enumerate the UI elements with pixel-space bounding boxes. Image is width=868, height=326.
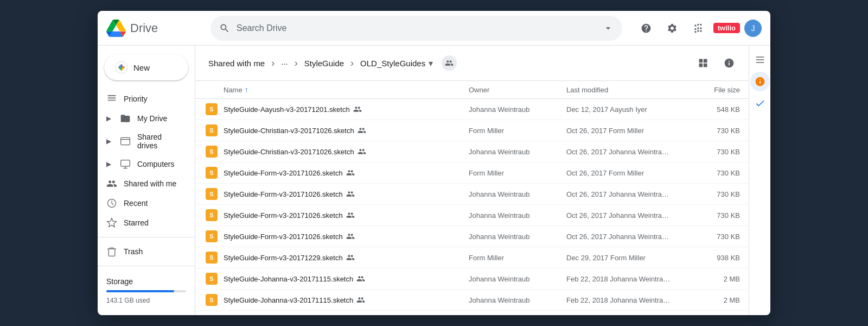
file-owner: Form Miller bbox=[469, 127, 566, 135]
file-name-cell: StyleGuide-Form-v3-20171026.sketch bbox=[224, 190, 469, 198]
grid-view-icon bbox=[698, 58, 709, 68]
table-row[interactable]: S StyleGuide-Aayush-v3-20171201.sketch J… bbox=[195, 99, 749, 120]
file-name-cell: StyleGuide-Form-v3-20171026.sketch bbox=[224, 211, 469, 220]
file-name: StyleGuide-Christian-v3-20171026.sketch bbox=[224, 148, 354, 156]
right-panel-list-icon[interactable] bbox=[750, 50, 770, 70]
svg-rect-7 bbox=[121, 160, 130, 167]
sidebar-item-starred[interactable]: Starred bbox=[98, 213, 188, 233]
table-row[interactable]: S StyleGuide-Form-v3-20171026.sketch For… bbox=[195, 162, 749, 184]
svg-rect-3 bbox=[108, 95, 116, 96]
sketch-file-icon: S bbox=[206, 294, 218, 306]
sidebar-item-trash[interactable]: Trash bbox=[98, 242, 188, 261]
sketch-file-icon: S bbox=[206, 188, 218, 200]
shared-drives-expand-icon: ▶ bbox=[106, 137, 111, 145]
file-icon-cell: S bbox=[204, 252, 219, 264]
right-panel-check-icon[interactable] bbox=[750, 93, 770, 113]
file-modified: Oct 26, 2017 Form Miller bbox=[566, 169, 686, 177]
shared-icon bbox=[353, 105, 362, 114]
file-icon-cell: S bbox=[204, 124, 219, 136]
file-name-cell: StyleGuide-Form-v3-20171026.sketch bbox=[224, 168, 469, 177]
file-modified: Oct 26, 2017 Johanna Weintra… bbox=[566, 233, 686, 241]
sidebar-item-recent[interactable]: Recent bbox=[98, 193, 188, 213]
breadcrumb-sep-3: › bbox=[350, 58, 354, 69]
file-name: StyleGuide-Form-v3-20171229.sketch bbox=[224, 254, 343, 262]
table-row[interactable]: S StyleGuide-Form-v3-20171026.sketch Joh… bbox=[195, 226, 749, 247]
twilio-badge[interactable]: twilio bbox=[713, 23, 740, 33]
file-modified: Oct 26, 2017 Johanna Weintra… bbox=[566, 148, 686, 156]
sketch-file-icon: S bbox=[206, 103, 218, 115]
info-icon bbox=[724, 58, 735, 68]
breadcrumb-styleguide[interactable]: StyleGuide bbox=[300, 57, 348, 70]
sidebar-item-computers[interactable]: ▶ Computers bbox=[98, 154, 188, 174]
table-row[interactable]: S StyleGuide-Christian-v3-20171026.sketc… bbox=[195, 141, 749, 162]
shared-icon bbox=[356, 296, 365, 304]
table-row[interactable]: S StyleGuide-Christian-v3-20171026.sketc… bbox=[195, 120, 749, 141]
table-row[interactable]: S StyleGuide-Form-v3-20171026.sketch Joh… bbox=[195, 184, 749, 205]
table-row[interactable]: S StyleGuide-Form-v3-20171026.sketch Joh… bbox=[195, 205, 749, 226]
file-modified: Oct 26, 2017 Form Miller bbox=[566, 127, 686, 135]
file-name-cell: StyleGuide-Johanna-v3-20171115.sketch bbox=[224, 296, 469, 304]
file-icon-cell: S bbox=[204, 294, 219, 306]
file-modified: Dec 12, 2017 Aayush Iyer bbox=[566, 105, 686, 114]
table-row[interactable]: S StyleGuide-Johanna-v3-20171115.sketch … bbox=[195, 311, 749, 315]
sidebar-item-my-drive[interactable]: ▶ My Drive bbox=[98, 109, 188, 128]
sidebar-item-computers-label: Computers bbox=[137, 160, 174, 168]
grid-view-button[interactable] bbox=[692, 52, 714, 74]
shared-icon bbox=[346, 211, 355, 220]
breadcrumb-ellipsis[interactable]: ··· bbox=[277, 57, 292, 70]
breadcrumb-current[interactable]: OLD_StyleGuides ▾ bbox=[356, 56, 437, 71]
breadcrumb-shared-with-me[interactable]: Shared with me bbox=[204, 57, 269, 70]
people-icon bbox=[445, 59, 454, 67]
storage-bar-fill bbox=[106, 290, 174, 292]
file-size: 730 KB bbox=[686, 233, 740, 241]
column-name-header[interactable]: Name ↑ bbox=[224, 85, 469, 94]
sidebar-item-priority-label: Priority bbox=[124, 95, 148, 103]
starred-icon bbox=[106, 217, 117, 228]
sidebar-item-shared-drives[interactable]: ▶ Shared drives bbox=[98, 128, 188, 154]
file-owner: Johanna Weintraub bbox=[469, 148, 566, 156]
column-owner-header: Owner bbox=[469, 86, 566, 94]
shared-drives-icon bbox=[120, 136, 131, 147]
file-icon-cell: S bbox=[204, 146, 219, 158]
avatar[interactable]: J bbox=[744, 20, 762, 37]
table-row[interactable]: S StyleGuide-Form-v3-20171229.sketch For… bbox=[195, 247, 749, 268]
apps-button[interactable] bbox=[687, 17, 709, 39]
breadcrumb-current-label: OLD_StyleGuides bbox=[360, 59, 425, 68]
svg-rect-11 bbox=[756, 62, 764, 63]
breadcrumb: Shared with me › ··· › StyleGuide › OLD_… bbox=[195, 46, 749, 81]
file-owner: Johanna Weintraub bbox=[469, 105, 566, 114]
sketch-file-icon: S bbox=[206, 209, 218, 221]
file-owner: Form Miller bbox=[469, 169, 566, 177]
sidebar-item-shared-with-me[interactable]: Shared with me bbox=[98, 174, 188, 193]
recent-icon bbox=[106, 198, 117, 209]
storage-used: 143.1 GB used bbox=[106, 297, 186, 304]
sidebar-item-trash-label: Trash bbox=[124, 247, 143, 256]
info-button[interactable] bbox=[718, 52, 740, 74]
file-owner: Johanna Weintraub bbox=[469, 190, 566, 198]
file-size: 938 KB bbox=[686, 254, 740, 262]
new-button[interactable]: New bbox=[104, 54, 188, 80]
file-icon-cell: S bbox=[204, 188, 219, 200]
breadcrumb-sep-1: › bbox=[271, 58, 275, 69]
shared-people-icon[interactable] bbox=[442, 55, 457, 71]
settings-button[interactable] bbox=[661, 17, 683, 39]
help-button[interactable] bbox=[635, 17, 657, 39]
sketch-file-icon: S bbox=[206, 146, 218, 158]
header: Drive Search Drive bbox=[98, 11, 770, 46]
table-row[interactable]: S StyleGuide-Johanna-v3-20171115.sketch … bbox=[195, 268, 749, 290]
sidebar-item-priority[interactable]: Priority bbox=[98, 89, 188, 109]
breadcrumb-sep-2: › bbox=[295, 58, 298, 69]
file-owner: Johanna Weintraub bbox=[469, 296, 566, 304]
file-name-cell: StyleGuide-Aayush-v3-20171201.sketch bbox=[224, 105, 469, 114]
sidebar-item-shared-with-me-label: Shared with me bbox=[124, 179, 176, 188]
search-icon bbox=[219, 23, 230, 34]
my-drive-icon bbox=[120, 113, 131, 124]
table-row[interactable]: S StyleGuide-Johanna-v3-20171115.sketch … bbox=[195, 290, 749, 311]
sketch-file-icon: S bbox=[206, 252, 218, 264]
search-bar[interactable]: Search Drive bbox=[210, 16, 622, 41]
file-name: StyleGuide-Form-v3-20171026.sketch bbox=[224, 211, 343, 220]
file-modified: Oct 26, 2017 Johanna Weintra… bbox=[566, 190, 686, 198]
right-panel bbox=[749, 46, 770, 315]
right-panel-details-icon[interactable] bbox=[750, 72, 770, 91]
search-placeholder: Search Drive bbox=[237, 23, 596, 33]
